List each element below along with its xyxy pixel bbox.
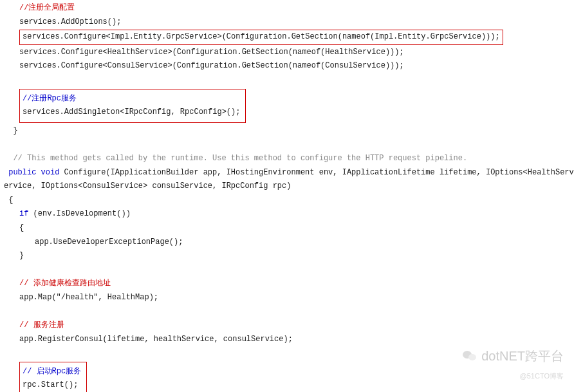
code-line: rpc.Start(); [23,380,78,389]
brace: { [4,196,13,205]
keyword: public void [4,168,59,177]
highlighted-block: // 启动Rpc服务 rpc.Start(); [19,362,87,392]
code-line: services.Configure<ConsulService>(Config… [19,59,404,73]
comment: // This method gets called by the runtim… [13,154,467,163]
comment [4,154,13,163]
code-line: app.UseDeveloperExceptionPage(); [35,236,183,250]
highlighted-block: //注册Rpc服务 services.AddSingleton<IRpcConf… [19,89,246,123]
code-line: ervice, IOptions<ConsulService> consulSe… [4,182,291,191]
code-line: services.AddOptions(); [19,15,121,30]
code-line: services.Configure<HealthService>(Config… [19,46,404,60]
brace: } [13,126,17,135]
comment: //注册全局配置 [19,1,75,15]
brace: { [19,221,24,236]
code-line: (env.IsDevelopment()) [28,209,130,218]
code-block: //注册全局配置 services.AddOptions(); services… [0,0,574,392]
keyword: if [19,209,28,218]
brace [4,126,13,135]
comment: // 启动Rpc服务 [23,367,81,376]
code-line: Configure(IApplicationBuilder app, IHost… [59,168,574,177]
comment: // 添加健康检查路由地址 [19,277,111,291]
code-line: services.AddSingleton<IRpcConfig, RpcCon… [23,107,240,117]
brace: } [19,249,24,263]
comment: //注册Rpc服务 [23,94,77,103]
code-line: app.RegisterConsul(lifetime, healthServi… [19,333,293,347]
code-line: app.Map("/health", HealthMap); [19,291,158,305]
comment: // 服务注册 [19,319,64,333]
highlighted-line: services.Configure<Impl.Entity.GrpcServi… [19,30,503,45]
